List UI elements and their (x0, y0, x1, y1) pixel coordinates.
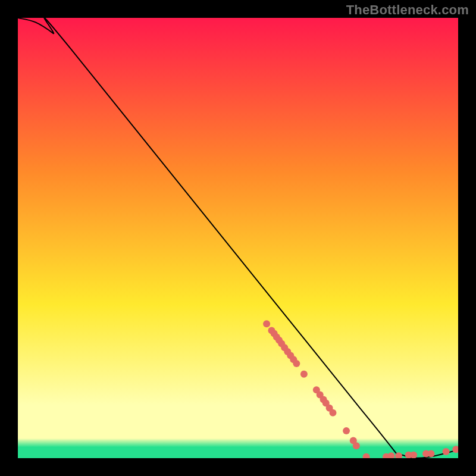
attribution-label: TheBottleneck.com (346, 2, 469, 18)
bottleneck-chart (18, 18, 458, 458)
data-point (300, 371, 308, 378)
data-point (329, 409, 336, 416)
data-point (263, 320, 270, 327)
data-point (353, 442, 360, 449)
svg-rect-0 (18, 18, 458, 458)
data-point (343, 427, 350, 434)
data-point (443, 448, 450, 455)
chart-frame: TheBottleneck.com (0, 0, 476, 476)
data-point (293, 360, 300, 367)
plot-area (18, 18, 458, 458)
data-point (427, 450, 434, 458)
